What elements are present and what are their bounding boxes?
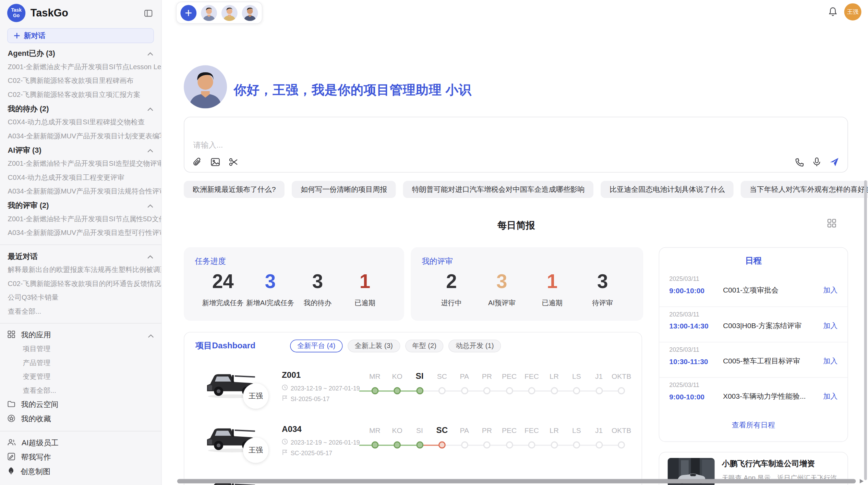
join-link[interactable]: 加入 [823,391,837,401]
sidebar-item[interactable]: A034-全新新能源MUV产品开发项目造型可行性评审 [0,226,161,240]
vertical-scrollbar[interactable] [864,180,867,480]
microphone-icon[interactable] [813,157,821,167]
suggestion-chip[interactable]: 特朗普可能对进口汽车增税会对中国车企造成哪些影响 [403,181,593,198]
chevron-up-icon[interactable] [147,146,154,154]
horizontal-scrollbar[interactable] [177,479,856,483]
milestone-dot[interactable] [506,387,513,394]
milestone-dot[interactable] [528,442,535,449]
sidebar-section-header[interactable]: 我的待办 (2) [0,102,161,115]
sidebar-item-tool[interactable]: 帮我写作 [0,450,161,464]
join-link[interactable]: 加入 [823,321,837,331]
agent-avatar[interactable] [201,5,217,21]
stat-item: 1已逾期 [341,271,389,308]
app-sub-item[interactable]: 变更管理 [0,370,161,384]
recent-conversation-item[interactable]: 解释最新出台的欧盟报废车法规再生塑料比例被调至15%... [0,263,161,277]
sidebar-item[interactable]: Z001-全新燃油轻卡产品开发项目SI造型提交物评审 [0,157,161,171]
milestone-dot[interactable] [461,387,468,394]
sidebar-item[interactable]: A034-全新新能源MUV产品开发项目法规符合性评审 [0,185,161,198]
taskgo-logo-icon: TaskGo [7,4,25,22]
chevron-up-icon[interactable] [147,252,154,260]
milestone-dot[interactable] [506,442,513,449]
sidebar-item-favorites[interactable]: 我的收藏 [0,412,161,426]
image-icon[interactable] [210,157,220,167]
milestone-dot[interactable] [371,442,378,449]
sidebar-item-tool[interactable]: 创意制图 [0,464,161,479]
app-sub-item[interactable]: 查看全部... [0,384,161,398]
milestone-dot[interactable] [416,442,423,449]
stat-label: AI预评审 [488,298,516,308]
chevron-up-icon[interactable] [147,104,154,113]
dashboard-tab[interactable]: 全新平台 (4) [290,339,342,352]
milestone-dot[interactable] [394,442,401,449]
chat-input-box[interactable]: 请输入... [184,117,848,173]
milestone-dot[interactable] [483,442,491,449]
send-icon[interactable] [829,157,839,167]
view-all-schedule-link[interactable]: 查看所有日程 [659,420,847,430]
sidebar-item[interactable]: C0X4-动力总成开发项目SI里程碑提交物检查 [0,115,161,129]
milestone-dot[interactable] [416,387,423,394]
sidebar-section-header[interactable]: AI评审 (3) [0,143,161,157]
agent-avatar[interactable] [242,5,258,21]
sidebar-item[interactable]: C02-飞腾新能源轻客改款项目立项汇报方案 [0,88,161,102]
app-sub-item[interactable]: 项目管理 [0,343,161,356]
user-avatar[interactable]: 王强 [844,3,861,21]
recent-conversation-item[interactable]: C02-飞腾新能源轻客改款项目的闭环通告反馈情况 [0,277,161,291]
milestone-dot[interactable] [573,387,580,394]
milestone-dot[interactable] [394,387,401,394]
sidebar-item[interactable]: A034-全新新能源MUV产品开发项目计划变更表编写 [0,129,161,143]
milestone-dot[interactable] [483,387,491,394]
sidebar-section-label: 最近对话 [8,251,38,261]
milestone-dot[interactable] [551,387,558,394]
milestone-dot[interactable] [551,442,558,449]
sidebar-item[interactable]: C02-飞腾新能源轻客改款项目里程碑画布 [0,74,161,88]
project-dates: 2023-12-19 ~ 2026-01-19 [282,439,360,446]
sidebar-section-header[interactable]: Agent已办 (3) [0,47,161,60]
suggestion-chip[interactable]: 如何写一份清晰的项目周报 [292,181,396,198]
milestone-dot[interactable] [438,442,446,449]
agent-avatar[interactable] [221,5,238,21]
sidebar-section-header[interactable]: 我的评审 (2) [0,199,161,212]
milestone-label: LS [565,426,588,435]
suggestion-chip[interactable]: 当下年轻人对汽车外观有怎样的喜好趋势 [741,181,868,198]
phone-icon[interactable] [795,157,804,166]
suggestion-chip[interactable]: 比亚迪全固态电池计划具体说了什么 [601,181,734,198]
milestone-dot[interactable] [438,387,446,394]
recent-conversation-item[interactable]: 公司Q3轻卡销量 [0,291,161,304]
sidebar-item-my-apps[interactable]: 我的应用 [0,328,161,343]
join-link[interactable]: 加入 [823,285,837,295]
sidebar-item[interactable]: C0X4-动力总成开发项目工程变更评审 [0,171,161,185]
milestone-dot[interactable] [461,442,468,449]
milestone-dot[interactable] [573,442,580,449]
notification-bell-icon[interactable] [828,7,837,19]
app-sub-item[interactable]: 产品管理 [0,356,161,370]
milestone-dot[interactable] [618,442,625,449]
new-chat-button[interactable]: 新对话 [7,28,154,43]
milestone-dot[interactable] [595,387,603,394]
chevron-up-icon[interactable] [148,331,154,339]
chevron-up-icon[interactable] [147,49,154,58]
milestone-dot[interactable] [595,442,603,449]
join-link[interactable]: 加入 [823,356,837,366]
sidebar-item-cloud-space[interactable]: 我的云空间 [0,398,161,412]
dashboard-tab[interactable]: 年型 (2) [405,339,444,352]
layout-grid-icon[interactable] [827,219,836,230]
milestone-dot[interactable] [618,387,625,394]
suggestion-chip[interactable]: 欧洲新规最近颁布了什么? [184,181,285,198]
attachment-icon[interactable] [193,157,202,167]
sidebar-item[interactable]: Z001-全新燃油皮卡产品开发项目SI节点Lesson Learn报告 [0,60,161,74]
dashboard-tab[interactable]: 全新上装 (3) [348,339,400,352]
sidebar-item[interactable]: Z001-全新燃油轻卡产品开发项目SI节点属性5D文件评审 [0,212,161,226]
add-agent-button[interactable] [180,5,196,21]
milestone-dot[interactable] [528,387,535,394]
scissors-icon[interactable] [229,157,239,167]
collapse-sidebar-icon[interactable] [142,7,155,19]
milestone-label: FEC [520,426,543,435]
dashboard-tab[interactable]: 动总开发 (1) [448,339,501,352]
milestone-dot[interactable] [371,387,378,394]
chevron-up-icon[interactable] [147,201,154,210]
scroll-right-arrow-icon[interactable] [860,479,864,483]
recent-conversation-item[interactable]: 查看全部... [0,305,161,319]
sidebar-section-header[interactable]: 最近对话 [0,249,161,263]
sidebar-item-tool[interactable]: AI超级员工 [0,436,161,450]
sidebar: TaskGo TaskGo 新对话 Agent已办 (3)Z001-全新燃油皮卡… [0,0,162,485]
